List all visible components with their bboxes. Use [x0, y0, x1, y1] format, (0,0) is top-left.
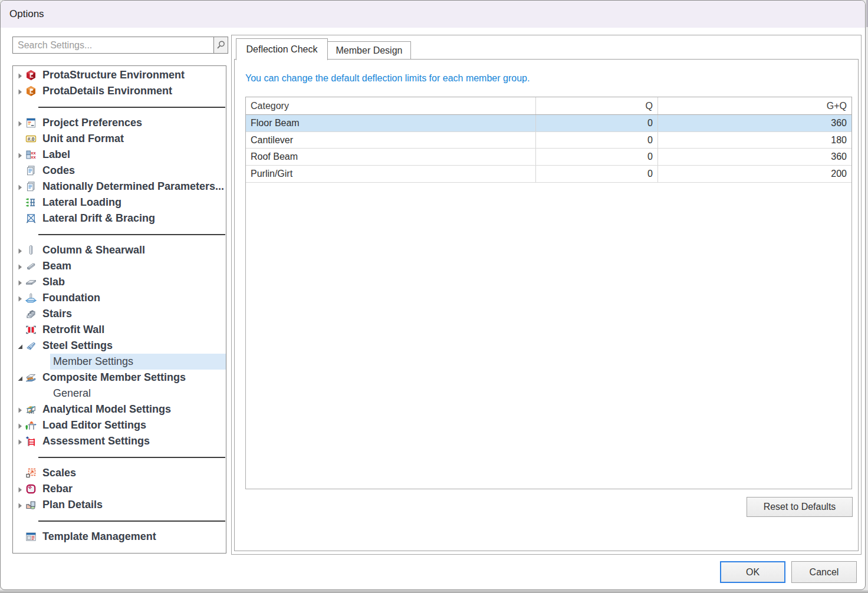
expand-arrow-icon[interactable] [17, 406, 24, 413]
expand-arrow-icon[interactable] [17, 278, 24, 286]
tree-group-separator [13, 226, 226, 242]
tree-item-label: Column & Shearwall [42, 242, 145, 258]
expand-arrow-icon[interactable] [17, 421, 24, 429]
cell-gq[interactable]: 180 [658, 132, 851, 149]
table-row-purlin-girt[interactable]: Purlin/Girt0200 [246, 166, 851, 183]
expand-arrow-icon[interactable] [17, 119, 24, 127]
tree-item-unit-and-format[interactable]: #.0Unit and Format [13, 131, 226, 147]
table-row-floor-beam[interactable]: Floor Beam0360 [246, 115, 851, 132]
tab-deflection-check[interactable]: Deflection Check [236, 38, 328, 60]
tree-item-protastructure-environment[interactable]: ProtaStructure Environment [13, 67, 226, 83]
expand-arrow-icon[interactable] [17, 87, 24, 95]
tree-item-label: Foundation [42, 290, 100, 306]
slab-icon [25, 276, 37, 288]
tree-item-label[interactable]: xxxxLabel [13, 147, 226, 163]
tree-item-load-editor-settings[interactable]: Load Editor Settings [13, 417, 226, 433]
tree-item-project-preferences[interactable]: Project Preferences [13, 115, 226, 131]
tree-item-label: Scales [42, 465, 76, 481]
tree-item-label: ProtaStructure Environment [42, 67, 185, 83]
tree-item-composite-member-settings[interactable]: Composite Member Settings [13, 370, 226, 386]
tree-group-separator [13, 513, 226, 529]
expand-arrow-icon[interactable] [17, 71, 24, 79]
tree-item-plan-details[interactable]: Plan Details [13, 497, 226, 513]
table-row-roof-beam[interactable]: Roof Beam0360 [246, 149, 851, 166]
tree-group-separator [13, 99, 226, 115]
tree-item-retrofit-wall[interactable]: Retrofit Wall [13, 322, 226, 338]
tree-item-label: Template Management [42, 529, 156, 545]
protadetails-icon [25, 85, 37, 97]
lateral-drift-icon [25, 213, 37, 224]
collapse-arrow-icon[interactable] [17, 342, 24, 350]
cell-category[interactable]: Floor Beam [246, 115, 536, 131]
column-header-gq[interactable]: G+Q [658, 97, 851, 114]
expand-arrow-icon[interactable] [17, 262, 24, 270]
tree-item-label: Unit and Format [42, 131, 124, 147]
reset-to-defaults-button[interactable]: Reset to Defaults [747, 497, 853, 517]
tree-item-lateral-loading[interactable]: Lateral Loading [13, 195, 226, 210]
cancel-button[interactable]: Cancel [791, 561, 857, 583]
table-row-cantilever[interactable]: Cantilever0180 [246, 132, 851, 149]
cell-category[interactable]: Roof Beam [246, 149, 536, 165]
cell-q[interactable]: 0 [536, 132, 658, 149]
tree-item-general[interactable]: General [13, 386, 226, 401]
window-title: Options [9, 1, 44, 28]
tree-item-label: Plan Details [42, 497, 103, 513]
tree-item-label: Load Editor Settings [42, 417, 146, 433]
expand-arrow-icon[interactable] [17, 246, 24, 254]
tree-item-stairs[interactable]: Stairs [13, 306, 226, 322]
lateral-loading-icon [25, 197, 37, 208]
tree-item-member-settings[interactable]: Member Settings [13, 354, 226, 370]
tree-item-foundation[interactable]: Foundation [13, 290, 226, 306]
protastructure-icon [25, 70, 37, 81]
tree-item-template-management[interactable]: Template Management [13, 529, 226, 545]
stairs-icon [25, 308, 37, 319]
tree-item-nationally-determined-parameters[interactable]: Nationally Determined Parameters... [13, 179, 226, 195]
expand-arrow-icon[interactable] [17, 437, 24, 445]
tree-item-label: Lateral Drift & Bracing [42, 210, 155, 226]
search-input[interactable] [12, 37, 214, 54]
cell-category[interactable]: Purlin/Girt [246, 166, 536, 182]
expand-arrow-icon[interactable] [17, 183, 24, 190]
tree-item-slab[interactable]: Slab [13, 274, 226, 290]
tree-item-assessment-settings[interactable]: Assessment Settings [13, 433, 226, 449]
cell-gq[interactable]: 360 [658, 115, 851, 131]
steel-settings-icon [25, 340, 37, 351]
tree-item-label: Lateral Loading [42, 195, 121, 210]
beam-icon [25, 261, 37, 272]
tab-member-design[interactable]: Member Design [327, 41, 411, 59]
magnifier-icon [216, 40, 226, 50]
tree-item-lateral-drift-bracing[interactable]: Lateral Drift & Bracing [13, 210, 226, 226]
cell-gq[interactable]: 360 [658, 149, 851, 165]
cell-q[interactable]: 0 [536, 166, 658, 182]
titlebar: Options [1, 1, 865, 28]
options-dialog: Options ProtaStructure EnvironmentProtaD… [0, 0, 866, 590]
tree-item-scales[interactable]: Scales [13, 465, 226, 481]
tree-item-label: ProtaDetails Environment [42, 83, 172, 99]
expand-arrow-icon[interactable] [17, 501, 24, 509]
column-header-category[interactable]: Category [246, 97, 536, 114]
collapse-arrow-icon[interactable] [17, 374, 24, 381]
ok-button[interactable]: OK [720, 561, 785, 583]
expand-arrow-icon[interactable] [17, 151, 24, 159]
expand-arrow-icon[interactable] [17, 485, 24, 493]
tree-item-steel-settings[interactable]: Steel Settings [13, 338, 226, 354]
cell-q[interactable]: 0 [536, 115, 658, 131]
column-header-q[interactable]: Q [536, 97, 658, 114]
tree-item-label: Beam [42, 258, 71, 274]
unit-format-icon: #.0 [25, 133, 37, 144]
tree-item-label: General [53, 386, 91, 401]
tree-item-analytical-model-settings[interactable]: Analytical Model Settings [13, 401, 226, 417]
tree-item-protadetails-environment[interactable]: ProtaDetails Environment [13, 83, 226, 99]
tree-item-beam[interactable]: Beam [13, 258, 226, 274]
cell-q[interactable]: 0 [536, 149, 658, 165]
expand-arrow-icon[interactable] [17, 294, 24, 302]
tree-item-label: Label [42, 147, 70, 163]
cell-gq[interactable]: 200 [658, 166, 851, 182]
search-button[interactable] [213, 37, 228, 54]
tree-item-label: Slab [42, 274, 65, 290]
cell-category[interactable]: Cantilever [246, 132, 536, 149]
tree-group-separator [13, 449, 226, 465]
tree-item-column-shearwall[interactable]: Column & Shearwall [13, 242, 226, 258]
tree-item-codes[interactable]: Codes [13, 163, 226, 179]
tree-item-rebar[interactable]: Rebar [13, 481, 226, 497]
